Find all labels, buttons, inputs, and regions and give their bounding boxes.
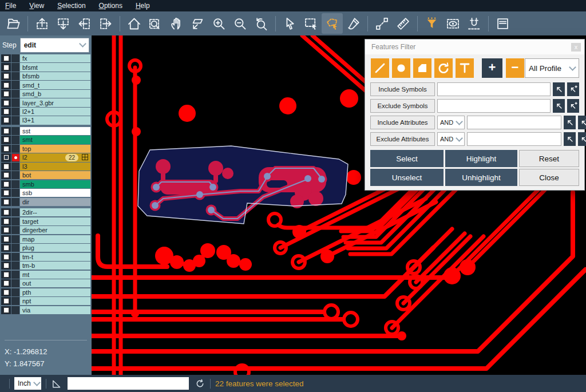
pick-symbol-add-button[interactable] [567, 82, 579, 96]
measure-line-icon[interactable] [371, 13, 393, 34]
menu-item-options[interactable]: Options [99, 2, 122, 10]
layer-name[interactable]: fx [20, 54, 90, 62]
layer-indicator[interactable] [11, 189, 19, 197]
layer-checkbox[interactable] [1, 171, 11, 179]
layer-name[interactable]: l2+1 [20, 108, 90, 116]
layer-checkbox[interactable] [1, 189, 11, 197]
layer-name[interactable]: out [20, 279, 90, 287]
zoom-in-icon[interactable] [208, 13, 229, 34]
layer-name[interactable]: smt [20, 136, 90, 144]
step-select[interactable]: edit [20, 38, 89, 53]
remove-filter-button[interactable]: − [506, 58, 524, 78]
unselect-button[interactable]: Unselect [370, 169, 444, 186]
clear-brush-icon[interactable] [343, 13, 364, 34]
layer-name[interactable]: target [20, 217, 90, 225]
pick-symbol-button[interactable] [553, 99, 565, 113]
layer-checkbox[interactable] [1, 54, 11, 62]
layer-name[interactable]: l222 [20, 153, 90, 161]
include-attributes-operator-select[interactable]: AND [437, 116, 465, 129]
pick-attribute-button[interactable] [564, 132, 576, 146]
layer-indicator[interactable] [11, 72, 19, 80]
pan-right-icon[interactable] [95, 13, 116, 34]
zoom-object-icon[interactable] [187, 13, 208, 34]
command-input[interactable] [68, 377, 189, 390]
layer-name[interactable]: bot [20, 171, 90, 179]
reset-button[interactable]: Reset [519, 150, 579, 167]
exclude-symbols-input[interactable] [437, 99, 551, 113]
layer-checkbox[interactable] [1, 153, 11, 161]
layer-name[interactable]: bfsmt [20, 63, 90, 71]
feature-type-line-button[interactable] [371, 58, 389, 78]
menu-item-view[interactable]: View [29, 2, 44, 10]
select-rectangle-icon[interactable] [300, 13, 322, 34]
corner-angle-icon[interactable] [51, 378, 62, 389]
layer-name[interactable]: smd_b [20, 90, 90, 98]
layer-indicator[interactable] [11, 217, 19, 225]
layer-indicator[interactable] [11, 306, 19, 314]
layer-name[interactable]: l3+1 [20, 116, 90, 124]
exclude-attributes-input[interactable] [467, 132, 561, 146]
layer-name[interactable]: plug [20, 244, 90, 252]
active-layer-indicator[interactable] [11, 153, 19, 161]
layer-indicator[interactable] [11, 208, 19, 216]
home-view-icon[interactable] [124, 13, 145, 34]
layer-checkbox[interactable] [1, 81, 11, 89]
layer-name[interactable]: map [20, 235, 90, 243]
layer-checkbox[interactable] [1, 145, 11, 153]
measure-ruler-icon[interactable] [393, 13, 414, 34]
layer-indicator[interactable] [11, 54, 19, 62]
highlight-button[interactable]: Highlight [445, 150, 517, 167]
feature-type-pad-button[interactable] [392, 58, 410, 78]
unit-select[interactable]: Inch [14, 377, 41, 390]
layer-name[interactable]: bfsmb [20, 72, 90, 80]
layer-indicator[interactable] [11, 262, 19, 270]
layer-checkbox[interactable] [1, 180, 11, 188]
layer-indicator[interactable] [11, 81, 19, 89]
close-icon[interactable]: x [571, 43, 581, 52]
exclude-symbols-button[interactable]: Exclude Symbols [370, 99, 435, 113]
layer-indicator[interactable] [11, 297, 19, 305]
layer-indicator[interactable] [11, 63, 19, 71]
layer-checkbox[interactable] [1, 127, 11, 135]
layer-checkbox[interactable] [1, 235, 11, 243]
select-polygon-icon[interactable] [322, 13, 343, 34]
layer-name[interactable]: sst [20, 127, 90, 135]
layer-checkbox[interactable] [1, 98, 11, 106]
pan-up-icon[interactable] [31, 13, 53, 34]
layer-indicator[interactable] [11, 90, 19, 98]
layer-checkbox[interactable] [1, 244, 11, 252]
layer-checkbox[interactable] [1, 108, 11, 116]
layer-name[interactable]: mt [20, 271, 90, 279]
layer-name[interactable]: tm-t [20, 253, 90, 261]
feature-type-arc-button[interactable] [434, 58, 453, 78]
refresh-icon[interactable] [195, 378, 205, 389]
layer-name[interactable]: l3 [20, 163, 90, 171]
layer-name[interactable]: via [20, 306, 90, 314]
feature-type-surface-button[interactable] [413, 58, 431, 78]
features-filter-icon[interactable] [421, 13, 442, 34]
layer-indicator[interactable] [11, 180, 19, 188]
layer-checkbox[interactable] [1, 90, 11, 98]
layer-checkbox[interactable] [1, 116, 11, 124]
layer-indicator[interactable] [11, 253, 19, 261]
layer-name[interactable]: tm-b [20, 262, 90, 270]
menu-item-file[interactable]: File [5, 2, 16, 10]
layer-indicator[interactable] [11, 279, 19, 287]
layer-name[interactable]: ssb [20, 189, 90, 197]
pan-left-icon[interactable] [74, 13, 95, 34]
add-filter-button[interactable]: + [482, 58, 502, 78]
exclude-attributes-button[interactable]: Exclude Attributes [370, 132, 435, 146]
layer-name[interactable]: smd_t [20, 81, 90, 89]
layer-checkbox[interactable] [1, 136, 11, 144]
unhighlight-button[interactable]: Unhighlight [445, 169, 517, 186]
layer-checkbox[interactable] [1, 262, 11, 270]
menu-item-help[interactable]: Help [136, 2, 150, 10]
layer-name[interactable]: smb [20, 180, 90, 188]
layer-checkbox[interactable] [1, 72, 11, 80]
layer-checkbox[interactable] [1, 279, 11, 287]
layer-checkbox[interactable] [1, 63, 11, 71]
pick-symbol-add-button[interactable] [567, 99, 579, 113]
layer-indicator[interactable] [11, 136, 19, 144]
layers-panel-icon[interactable] [492, 13, 513, 34]
include-attributes-button[interactable]: Include Attributes [370, 116, 435, 129]
